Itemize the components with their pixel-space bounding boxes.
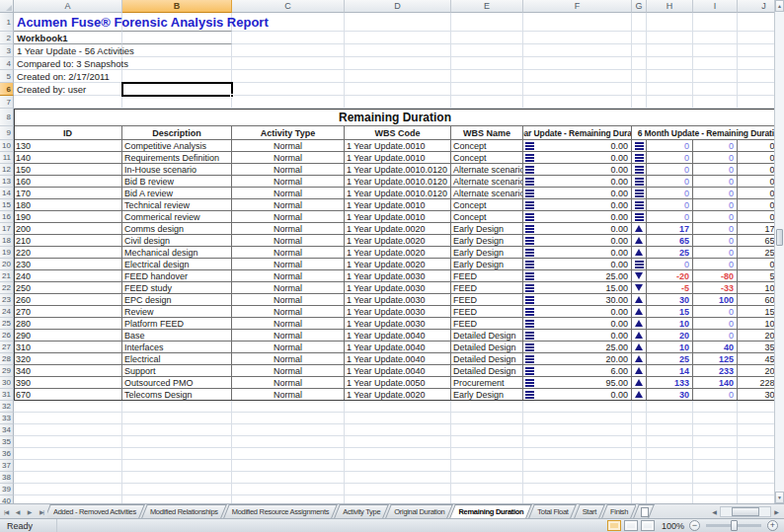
cell-description[interactable]: Competitive Analysis [122,140,232,152]
cell-change-pct-6mo[interactable]: 0 [693,306,738,318]
cell-id[interactable]: 250 [14,282,122,294]
cell-description[interactable]: Commerical review [122,211,232,223]
insert-worksheet-tab[interactable] [636,504,652,518]
row-header-7[interactable]: 7 [0,96,14,109]
row-header-31[interactable]: 31 [0,389,14,401]
cell-description[interactable]: Electrical [122,353,232,365]
cell-change-6mo[interactable]: 0 [647,259,693,270]
cell-change-pct-6mo[interactable]: 233 [693,365,738,377]
cell-id[interactable]: 160 [14,176,122,188]
cell-id[interactable]: 140 [14,152,122,164]
cell-wbs-name[interactable]: Alternate scenario [451,176,523,188]
cell-activity-type[interactable]: Normal [232,365,345,377]
cell-trend-6mo[interactable] [632,235,647,247]
cell-wbs-code[interactable]: 1 Year Update.0020 [345,259,451,270]
cell-wbs-code[interactable]: 1 Year Update.0050 [345,377,451,389]
cell-activity-type[interactable]: Normal [232,342,345,353]
row-header-8[interactable]: 8 [0,109,14,126]
cell-change-pct-6mo[interactable]: 0 [693,199,738,211]
sheet-tab-modified-relationships[interactable]: Modified Relationships [144,504,224,518]
normal-view-button[interactable] [607,520,621,531]
cell-change-pct-6mo[interactable]: 0 [693,188,738,199]
cell-activity-type[interactable]: Normal [232,211,345,223]
cell-change-6mo[interactable]: 25 [647,353,693,365]
cell-activity-type[interactable]: Normal [232,223,345,235]
cell-trend-6mo[interactable] [632,211,647,223]
row-header-19[interactable]: 19 [0,247,14,259]
cell-activity-type[interactable]: Normal [232,152,345,164]
cell-wbs-code[interactable]: 1 Year Update.0030 [345,306,451,318]
cell-id[interactable]: 390 [14,377,122,389]
cell-wbs-name[interactable]: Early Design [451,223,523,235]
scroll-down-arrow-icon[interactable] [775,492,784,503]
cell-activity-type[interactable]: Normal [232,164,345,176]
sheet-tab-original-duration[interactable]: Original Duration [388,504,450,518]
cell-activity-type[interactable]: Normal [232,176,345,188]
cell-change-6mo[interactable]: 10 [647,318,693,330]
cell-trend-6mo[interactable] [632,353,647,365]
column-header-d[interactable]: D [345,0,451,13]
sheet-tab-modified-resource-assignments[interactable]: Modified Resource Assignments [226,504,335,518]
cell-id[interactable]: 290 [14,330,122,342]
cell-remaining-1yr[interactable]: 0.00 [523,330,632,342]
cell-description[interactable]: Bid A review [122,188,232,199]
cell-remaining-6mo[interactable]: 35.00 [738,342,777,353]
cell-trend-6mo[interactable] [632,342,647,353]
cell-change-pct-6mo[interactable]: -80 [693,270,738,282]
cell-change-pct-6mo[interactable]: 0 [693,164,738,176]
row-header-10[interactable]: 10 [0,140,14,152]
cell-change-pct-6mo[interactable]: 0 [693,140,738,152]
cell-wbs-name[interactable]: FEED [451,318,523,330]
cell-wbs-code[interactable]: 1 Year Update.0020 [345,247,451,259]
column-header-c[interactable]: C [232,0,345,13]
cell-remaining-6mo[interactable]: 30.00 [738,389,777,401]
cell-trend-6mo[interactable] [632,199,647,211]
cell-description[interactable]: Review [122,306,232,318]
cell-remaining-1yr[interactable]: 95.00 [523,377,632,389]
cell-trend-6mo[interactable] [632,294,647,306]
cell-change-6mo[interactable]: 65 [647,235,693,247]
sheet-tab-remaining-duration[interactable]: Remaining Duration [452,504,529,518]
cell-remaining-6mo[interactable]: 5.00 [738,270,777,282]
column-header-h[interactable]: H [647,0,693,13]
column-header-g[interactable]: G [632,0,647,13]
cell-change-pct-6mo[interactable]: 125 [693,353,738,365]
column-header-a[interactable]: A [14,0,122,13]
cell-activity-type[interactable]: Normal [232,318,345,330]
cell-change-pct-6mo[interactable]: 100 [693,294,738,306]
cell-change-6mo[interactable]: -20 [647,270,693,282]
cell-activity-type[interactable]: Normal [232,306,345,318]
cell-remaining-1yr[interactable]: 0.00 [523,247,632,259]
cell-id[interactable]: 340 [14,365,122,377]
cell-wbs-name[interactable]: Detailed Design [451,330,523,342]
cell-description[interactable]: FEED handover [122,270,232,282]
row-header-17[interactable]: 17 [0,223,14,235]
cell-remaining-6mo[interactable]: 0.00 [738,140,777,152]
cell-remaining-1yr[interactable]: 0.00 [523,211,632,223]
column-header-f[interactable]: F [523,0,632,13]
cell-change-6mo[interactable]: -5 [647,282,693,294]
cell-change-pct-6mo[interactable]: -33 [693,282,738,294]
cell-change-6mo[interactable]: 10 [647,342,693,353]
row-header-4[interactable]: 4 [0,57,14,70]
cell-change-pct-6mo[interactable]: 40 [693,342,738,353]
sheet-tab-activity-type[interactable]: Activity Type [337,504,386,518]
cell-description[interactable]: Electrical design [122,259,232,270]
cell-id[interactable]: 170 [14,188,122,199]
cell-remaining-6mo[interactable]: 20.00 [738,330,777,342]
cell-trend-6mo[interactable] [632,259,647,270]
cell-activity-type[interactable]: Normal [232,389,345,401]
cell-description[interactable]: Comms design [122,223,232,235]
row-header-27[interactable]: 27 [0,342,14,353]
hscroll-right-arrow-icon[interactable] [771,505,782,518]
cell-trend-6mo[interactable] [632,306,647,318]
cell-wbs-name[interactable]: FEED [451,282,523,294]
cell-activity-type[interactable]: Normal [232,199,345,211]
cell-remaining-6mo[interactable]: 0.00 [738,164,777,176]
cell-remaining-1yr[interactable]: 0.00 [523,164,632,176]
row-header-28[interactable]: 28 [0,353,14,365]
cell-wbs-code[interactable]: 1 Year Update.0020 [345,389,451,401]
cell-change-6mo[interactable]: 133 [647,377,693,389]
cell-activity-type[interactable]: Normal [232,235,345,247]
row-header-21[interactable]: 21 [0,270,14,282]
